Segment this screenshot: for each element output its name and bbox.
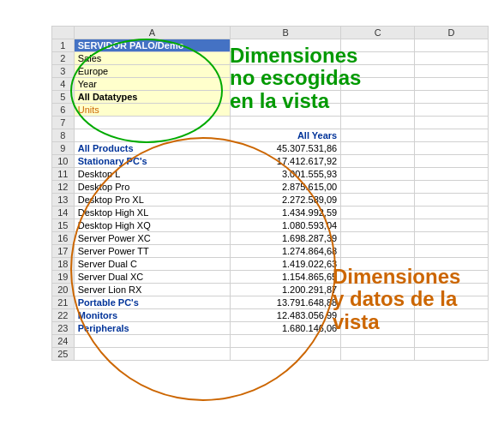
cell-b-22[interactable]: 12.483.056,99 xyxy=(231,309,341,322)
cell-b-15[interactable]: 1.080.593,04 xyxy=(231,219,341,232)
cell-a-18[interactable]: Server Dual C xyxy=(74,258,231,271)
cell-b-7[interactable] xyxy=(231,117,341,129)
cell-a-17[interactable]: Server Power TT xyxy=(74,245,231,258)
cell-b-4[interactable] xyxy=(231,78,341,91)
cell-c-22[interactable] xyxy=(341,309,415,322)
cell-c-8[interactable] xyxy=(341,129,415,142)
cell-b-8[interactable]: All Years xyxy=(231,129,341,142)
cell-a-9[interactable]: All Products xyxy=(74,142,231,155)
cell-a-5[interactable]: All Datatypes xyxy=(74,91,231,104)
cell-c-12[interactable] xyxy=(341,181,415,194)
cell-b-14[interactable]: 1.434.992,59 xyxy=(231,207,341,219)
cell-c-6[interactable] xyxy=(341,104,415,117)
cell-c-18[interactable] xyxy=(341,258,415,271)
cell-d-25[interactable] xyxy=(415,348,489,361)
cell-b-23[interactable]: 1.680.146,06 xyxy=(231,322,341,335)
cell-d-16[interactable] xyxy=(415,232,489,245)
cell-a-16[interactable]: Server Power XC xyxy=(74,232,231,245)
cell-a-20[interactable]: Server Lion RX xyxy=(74,284,231,296)
cell-a-25[interactable] xyxy=(74,348,231,361)
cell-a-10[interactable]: Stationary PC's xyxy=(74,155,231,168)
cell-c-11[interactable] xyxy=(341,168,415,181)
cell-d-22[interactable] xyxy=(415,309,489,322)
cell-c-1[interactable] xyxy=(341,39,415,52)
cell-a-21[interactable]: Portable PC's xyxy=(74,296,231,309)
cell-d-17[interactable] xyxy=(415,245,489,258)
cell-d-12[interactable] xyxy=(415,181,489,194)
cell-b-1[interactable] xyxy=(231,39,341,52)
cell-b-19[interactable]: 1.154.865,65 xyxy=(231,271,341,284)
cell-b-10[interactable]: 17.412.617,92 xyxy=(231,155,341,168)
cell-b-24[interactable] xyxy=(231,335,341,348)
cell-d-19[interactable] xyxy=(415,271,489,284)
cell-c-23[interactable] xyxy=(341,322,415,335)
cell-a-15[interactable]: Desktop High XQ xyxy=(74,219,231,232)
cell-c-14[interactable] xyxy=(341,207,415,219)
cell-b-25[interactable] xyxy=(231,348,341,361)
cell-b-21[interactable]: 13.791.648,88 xyxy=(231,296,341,309)
cell-a-7[interactable] xyxy=(74,117,231,129)
cell-d-14[interactable] xyxy=(415,207,489,219)
cell-a-4[interactable]: Year xyxy=(74,78,231,91)
cell-a-2[interactable]: Sales xyxy=(74,52,231,65)
cell-c-16[interactable] xyxy=(341,232,415,245)
cell-c-17[interactable] xyxy=(341,245,415,258)
cell-a-19[interactable]: Server Dual XC xyxy=(74,271,231,284)
cell-c-19[interactable] xyxy=(341,271,415,284)
cell-b-6[interactable] xyxy=(231,104,341,117)
cell-a-1[interactable]: SERVIDOR PALO/Demo xyxy=(74,39,231,52)
cell-c-3[interactable] xyxy=(341,65,415,78)
cell-b-13[interactable]: 2.272.589,09 xyxy=(231,194,341,207)
cell-d-20[interactable] xyxy=(415,284,489,296)
cell-d-18[interactable] xyxy=(415,258,489,271)
cell-b-9[interactable]: 45.307.531,86 xyxy=(231,142,341,155)
cell-a-11[interactable]: Desktop L xyxy=(74,168,231,181)
cell-b-17[interactable]: 1.274.864,68 xyxy=(231,245,341,258)
cell-d-13[interactable] xyxy=(415,194,489,207)
cell-b-11[interactable]: 3.001.555,93 xyxy=(231,168,341,181)
cell-c-2[interactable] xyxy=(341,52,415,65)
cell-d-5[interactable] xyxy=(415,91,489,104)
cell-a-23[interactable]: Peripherals xyxy=(74,322,231,335)
cell-b-16[interactable]: 1.698.287,39 xyxy=(231,232,341,245)
cell-d-24[interactable] xyxy=(415,335,489,348)
cell-d-11[interactable] xyxy=(415,168,489,181)
cell-b-3[interactable] xyxy=(231,65,341,78)
cell-c-13[interactable] xyxy=(341,194,415,207)
cell-d-4[interactable] xyxy=(415,78,489,91)
cell-a-22[interactable]: Monitors xyxy=(74,309,231,322)
cell-a-24[interactable] xyxy=(74,335,231,348)
cell-b-5[interactable] xyxy=(231,91,341,104)
cell-a-8[interactable] xyxy=(74,129,231,142)
cell-a-14[interactable]: Desktop High XL xyxy=(74,207,231,219)
cell-c-24[interactable] xyxy=(341,335,415,348)
cell-c-10[interactable] xyxy=(341,155,415,168)
cell-d-6[interactable] xyxy=(415,104,489,117)
cell-b-18[interactable]: 1.419.022,63 xyxy=(231,258,341,271)
cell-d-10[interactable] xyxy=(415,155,489,168)
cell-d-21[interactable] xyxy=(415,296,489,309)
cell-c-7[interactable] xyxy=(341,117,415,129)
cell-d-9[interactable] xyxy=(415,142,489,155)
cell-d-23[interactable] xyxy=(415,322,489,335)
cell-d-15[interactable] xyxy=(415,219,489,232)
cell-d-8[interactable] xyxy=(415,129,489,142)
cell-a-13[interactable]: Desktop Pro XL xyxy=(74,194,231,207)
cell-b-12[interactable]: 2.875.615,00 xyxy=(231,181,341,194)
cell-c-9[interactable] xyxy=(341,142,415,155)
cell-c-21[interactable] xyxy=(341,296,415,309)
cell-d-1[interactable] xyxy=(415,39,489,52)
cell-c-15[interactable] xyxy=(341,219,415,232)
cell-c-20[interactable] xyxy=(341,284,415,296)
cell-d-7[interactable] xyxy=(415,117,489,129)
cell-a-12[interactable]: Desktop Pro xyxy=(74,181,231,194)
cell-a-6[interactable]: Units xyxy=(74,104,231,117)
cell-d-2[interactable] xyxy=(415,52,489,65)
cell-b-20[interactable]: 1.200.291,87 xyxy=(231,284,341,296)
cell-c-4[interactable] xyxy=(341,78,415,91)
cell-d-3[interactable] xyxy=(415,65,489,78)
cell-a-3[interactable]: Europe xyxy=(74,65,231,78)
cell-c-5[interactable] xyxy=(341,91,415,104)
cell-c-25[interactable] xyxy=(341,348,415,361)
cell-b-2[interactable] xyxy=(231,52,341,65)
